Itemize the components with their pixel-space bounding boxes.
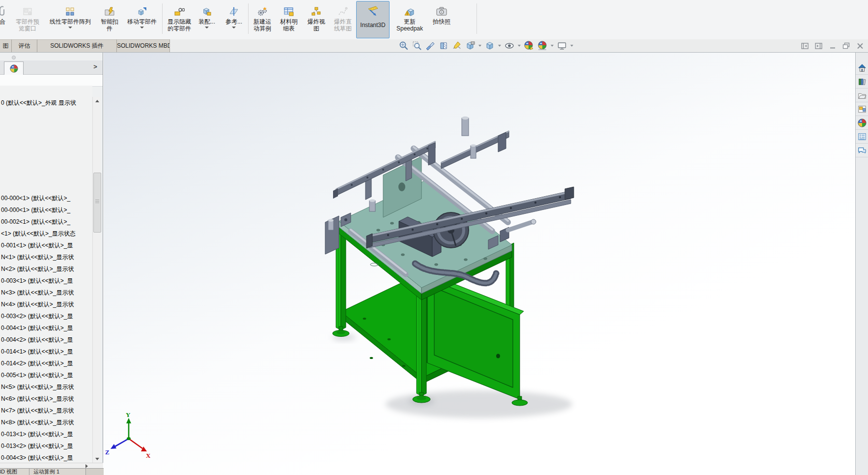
ribbon-button-linear-component-pattern[interactable]: 线性零部件阵列: [45, 1, 95, 38]
tree-item[interactable]: 0-003<1> (默认<<默认>_显: [0, 275, 92, 287]
ribbon-button-update-speedpak[interactable]: 更新Speedpak: [393, 1, 426, 38]
ribbon-button-smart-fasteners[interactable]: 智能扣件: [97, 1, 122, 38]
command-manager-ribbon: 合 零部件预览窗口 线性零部件阵列 智能扣件 移动零部件 显示隐藏的零部件: [0, 0, 868, 40]
restore-icon[interactable]: [842, 42, 850, 50]
home-icon[interactable]: [856, 61, 868, 75]
triad-y-label: Y: [126, 411, 131, 418]
tree-item[interactable]: N<1> (默认<<默认>_显示状: [0, 251, 92, 263]
tree-item[interactable]: N<3> (默认<<默认>_显示状: [0, 287, 92, 298]
display-style-icon[interactable]: [484, 40, 496, 52]
tree-item[interactable]: 0-013<1> (默认<<默认>_显: [0, 428, 92, 440]
apply-scene-icon[interactable]: [536, 40, 548, 52]
tree-item[interactable]: N<2> (默认<<默认>_显示状: [0, 263, 92, 275]
dock-pane-left-icon[interactable]: [801, 42, 809, 50]
view-settings-icon[interactable]: [556, 40, 568, 52]
view-palette-icon[interactable]: [856, 102, 868, 116]
tree-root-item[interactable]: 0 (默认<<默认>_外观 显示状: [0, 97, 92, 109]
previous-view-icon[interactable]: [424, 40, 436, 52]
dropdown-caret-icon[interactable]: [551, 45, 554, 47]
ribbon-button-move-component[interactable]: 移动零部件: [123, 1, 161, 38]
ribbon-button-assembly-features[interactable]: 装配...: [196, 1, 217, 38]
tab-evaluate[interactable]: 评估: [12, 39, 37, 52]
dock-pane-right-icon[interactable]: [814, 42, 823, 50]
panel-grip[interactable]: [0, 53, 103, 60]
ribbon-button-show-hidden-components[interactable]: 显示隐藏的零部件: [164, 1, 195, 38]
graphics-area[interactable]: Y Z X: [104, 53, 855, 475]
tree-item[interactable]: 0-014<1> (默认<<默认>_显: [0, 346, 92, 357]
tree-item[interactable]: N<6> (默认<<默认>_显示状: [0, 393, 92, 405]
move-component-icon: [123, 1, 161, 17]
tree-item[interactable]: N<8> (默认<<默认>_显示状: [0, 416, 92, 428]
ribbon-button-take-snapshot[interactable]: 拍快照: [428, 1, 455, 38]
window-controls: [801, 42, 864, 50]
ribbon-button-exploded-view[interactable]: 爆炸视图: [305, 1, 328, 38]
tree-item[interactable]: 00-002<1> (默认<<默认>_: [0, 216, 92, 228]
zoom-to-area-icon[interactable]: [411, 40, 423, 52]
tree-item[interactable]: 0-005<1> (默认<<默认>_显: [0, 369, 92, 381]
take-snapshot-icon: [428, 1, 455, 17]
panel-filter-area: [0, 75, 103, 87]
tree-item[interactable]: N<7> (默认<<默认>_显示状: [0, 405, 92, 416]
tree-item[interactable]: 0-004<3> (默认<<默认>_显: [0, 452, 92, 463]
edit-appearance-icon[interactable]: [523, 40, 535, 52]
ribbon-button-bill-of-materials[interactable]: 材料明细表: [277, 1, 301, 38]
tree-gap: [0, 109, 92, 192]
scrollbar-thumb[interactable]: [93, 173, 101, 233]
scroll-down-icon[interactable]: [93, 455, 101, 463]
tab-partial[interactable]: 图: [0, 39, 12, 52]
explode-line-sketch-icon: [331, 1, 355, 17]
custom-properties-icon[interactable]: [856, 130, 868, 144]
tree-vertical-scrollbar[interactable]: [92, 97, 101, 463]
file-explorer-icon[interactable]: [856, 89, 868, 102]
tree-item[interactable]: 0-003<2> (默认<<默认>_显: [0, 310, 92, 322]
tree-item[interactable]: 0-013<2> (默认<<默认>_显: [0, 440, 92, 452]
machine-assembly-3d-model[interactable]: Y Z X: [104, 53, 855, 475]
annotation-view-icon[interactable]: [451, 40, 463, 52]
forum-icon[interactable]: [856, 144, 868, 157]
doc-tab-motion-study[interactable]: 运动算例 1: [29, 469, 86, 475]
dropdown-caret-icon[interactable]: [570, 45, 573, 47]
tree-item[interactable]: 0-004<1> (默认<<默认>_显: [0, 322, 92, 334]
tree-item[interactable]: 00-000<1> (默认<<默认>_: [0, 204, 92, 216]
heads-up-view-toolbar: [398, 40, 574, 52]
tree-item[interactable]: N<5> (默认<<默认>_显示状: [0, 381, 92, 393]
task-pane: [855, 53, 868, 475]
ribbon-button-reference-geometry[interactable]: 参考...: [222, 1, 246, 38]
ribbon-separator: [162, 3, 163, 34]
panel-expand-chevron[interactable]: >: [91, 62, 99, 71]
tree-item[interactable]: 0-014<2> (默认<<默认>_显: [0, 357, 92, 369]
hide-show-items-icon[interactable]: [504, 40, 515, 52]
display-manager-tab[interactable]: [4, 61, 24, 75]
scroll-up-icon[interactable]: [93, 97, 101, 105]
tree-item[interactable]: N<4> (默认<<默认>_显示状: [0, 298, 92, 310]
tab-solidworks-addins[interactable]: SOLIDWORKS 插件: [37, 39, 117, 52]
bill-of-materials-icon: [277, 1, 301, 17]
update-speedpak-icon: [393, 1, 426, 17]
close-icon[interactable]: [856, 42, 864, 50]
ribbon-button-mate[interactable]: 合: [0, 1, 8, 38]
ribbon-button-new-motion-study[interactable]: 新建运动算例: [251, 1, 274, 38]
feature-manager-panel: > 0 (默认<<默认>_外观 显示状 00-000<1> (默认<<默认>_0…: [0, 53, 103, 468]
minimize-icon[interactable]: [828, 42, 837, 50]
design-library-icon[interactable]: [856, 75, 868, 89]
dropdown-caret-icon: [232, 27, 236, 29]
panel-tab-strip: >: [0, 60, 103, 75]
ribbon-button-instant3d[interactable]: Instant3D: [356, 1, 390, 38]
dropdown-caret-icon[interactable]: [518, 45, 521, 47]
ribbon-button-component-preview-window: 零部件预览窗口: [12, 1, 43, 38]
component-preview-window-icon: [12, 1, 43, 17]
reference-geometry-icon: [222, 1, 246, 17]
dropdown-caret-icon[interactable]: [498, 45, 501, 47]
section-view-icon[interactable]: [438, 40, 449, 52]
tree-item[interactable]: 00-000<1> (默认<<默认>_: [0, 192, 92, 204]
doc-tab-3d-views[interactable]: 3D 视图: [0, 469, 29, 475]
tree-item[interactable]: <1> (默认<<默认>_显示状态: [0, 228, 92, 239]
tree-item[interactable]: 0-004<2> (默认<<默认>_显: [0, 334, 92, 346]
dropdown-caret-icon[interactable]: [478, 45, 481, 47]
tree-item[interactable]: 0-001<1> (默认<<默认>_显: [0, 239, 92, 251]
view-orientation-icon[interactable]: [464, 40, 476, 52]
appearances-icon[interactable]: [856, 116, 868, 130]
zoom-to-fit-icon[interactable]: [398, 40, 410, 52]
tree-item-list: 00-000<1> (默认<<默认>_00-000<1> (默认<<默认>_00…: [0, 192, 92, 463]
tab-solidworks-mbd[interactable]: SOLIDWORKS MBD: [117, 39, 170, 52]
